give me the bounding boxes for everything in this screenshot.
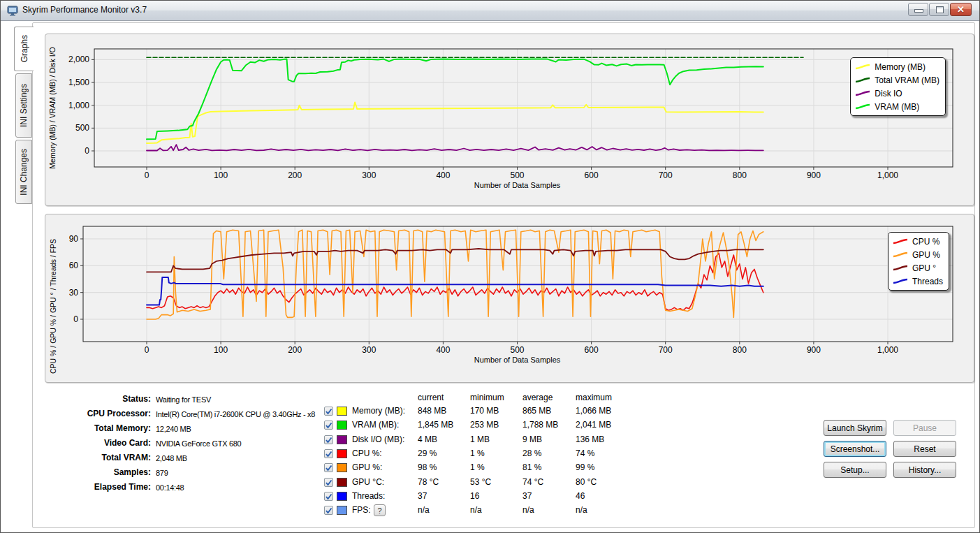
metric-vram-current: 1,845 MB — [418, 420, 453, 430]
metric-vram-minimum: 253 MB — [470, 420, 499, 430]
tab-ini-changes[interactable]: INI Changes — [15, 140, 32, 204]
metric-cpu-maximum: 74 % — [576, 448, 594, 458]
legend-item: Threads — [893, 275, 943, 288]
metric-threads-current: 37 — [418, 491, 427, 501]
metric-cpu-current: 29 % — [418, 448, 437, 458]
legend-swatch-threads — [893, 277, 908, 285]
minimize-button[interactable] — [908, 3, 928, 16]
svg-text:600: 600 — [585, 345, 599, 355]
metric-memory-current: 848 MB — [418, 406, 446, 416]
status-value-status: Waiting for TESV — [156, 394, 211, 404]
legend-item: GPU ° — [893, 261, 943, 275]
metric-gpu-temp-average: 74 °C — [522, 477, 543, 487]
history-button[interactable]: History... — [893, 462, 956, 478]
legend-label: Disk IO — [875, 89, 902, 98]
status-value-samples: 879 — [156, 467, 168, 477]
svg-text:200: 200 — [288, 170, 302, 180]
check-icon — [325, 479, 332, 486]
metric-threads-maximum: 46 — [576, 491, 585, 501]
color-swatch-gpu-temp — [337, 478, 347, 487]
legend-item: Total VRAM (MB) — [855, 73, 939, 87]
status-label-total-memory: Total Memory: — [46, 423, 151, 433]
checkbox-gpu[interactable] — [324, 463, 333, 472]
launch-skyrim-button[interactable]: Launch Skyrim — [824, 420, 886, 436]
svg-text:900: 900 — [807, 345, 821, 355]
metric-cpu-minimum: 1 % — [470, 448, 485, 458]
svg-text:1,000: 1,000 — [68, 101, 89, 110]
status-label-total-vram: Total VRAM: — [46, 453, 151, 462]
legend-label: CPU % — [912, 237, 939, 247]
checkbox-vram[interactable] — [324, 421, 333, 430]
tab-label: INI Settings — [19, 84, 29, 127]
color-swatch-cpu — [337, 449, 347, 458]
checkbox-gpu-temp[interactable] — [324, 478, 333, 487]
svg-text:1,500: 1,500 — [68, 78, 89, 87]
legend-swatch-disk-io — [855, 89, 870, 97]
metric-fps-current: n/a — [418, 505, 430, 515]
color-swatch-gpu — [337, 463, 347, 472]
legend-item: Memory (MB) — [855, 60, 939, 73]
metric-disk-io-minimum: 1 MB — [470, 435, 490, 444]
legend: CPU %GPU %GPU °Threads — [888, 232, 949, 291]
svg-text:300: 300 — [362, 170, 376, 180]
y-axis-title: CPU % / GPU % / GPU ° / Threads / FPS — [49, 239, 57, 374]
setup-button[interactable]: Setup... — [824, 462, 886, 478]
status-label-samples: Samples: — [46, 467, 151, 477]
reset-button[interactable]: Reset — [893, 441, 956, 457]
legend-label: VRAM (MB) — [875, 102, 919, 112]
metric-label-fps: FPS: — [352, 505, 371, 515]
svg-text:300: 300 — [362, 345, 376, 355]
svg-text:400: 400 — [436, 345, 450, 355]
svg-text:30: 30 — [69, 288, 79, 298]
table-header-minimum: minimum — [470, 393, 504, 402]
legend-label: GPU % — [912, 250, 940, 260]
metric-gpu-maximum: 99 % — [576, 462, 594, 472]
status-value-elapsed-time: 00:14:48 — [156, 482, 184, 492]
svg-text:400: 400 — [436, 170, 450, 180]
checkbox-fps[interactable] — [324, 506, 333, 515]
svg-text:200: 200 — [288, 345, 302, 355]
tab-label: Graphs — [20, 35, 29, 62]
metric-fps-minimum: n/a — [470, 505, 482, 515]
legend-swatch-gpu — [893, 264, 908, 272]
metric-gpu-temp-minimum: 53 °C — [470, 477, 491, 487]
titlebar: Skyrim Performance Monitor v3.7 ✕ — [1, 1, 979, 21]
table-header-maximum: maximum — [576, 393, 612, 402]
app-icon — [7, 5, 18, 16]
x-axis-title: Number of Data Samples — [474, 356, 561, 364]
close-button[interactable]: ✕ — [950, 3, 972, 16]
metric-cpu-average: 28 % — [522, 448, 541, 458]
screenshot-button[interactable]: Screenshot... — [824, 441, 886, 457]
status-label-elapsed-time: Elapsed Time: — [46, 482, 151, 492]
legend-swatch-memory-mb — [855, 63, 870, 71]
metric-gpu-temp-current: 78 °C — [418, 477, 439, 487]
legend-label: Memory (MB) — [875, 62, 926, 72]
pause-button[interactable]: Pause — [893, 420, 956, 436]
legend-item: VRAM (MB) — [855, 100, 939, 113]
svg-text:100: 100 — [214, 345, 228, 355]
checkbox-disk-io[interactable] — [324, 435, 333, 444]
tab-ini-settings[interactable]: INI Settings — [15, 73, 32, 138]
metric-fps-average: n/a — [522, 505, 534, 515]
metric-label-vram: VRAM (MB): — [352, 420, 399, 430]
status-value-total-memory: 12,240 MB — [156, 423, 191, 433]
legend-item: GPU % — [893, 248, 943, 261]
fps-help-button[interactable]: ? — [374, 504, 386, 516]
chart-memory-vram-diskio: 01002003004005006007008009001,00005001,0… — [45, 34, 974, 206]
maximize-button[interactable] — [929, 3, 949, 16]
checkbox-memory[interactable] — [324, 407, 333, 416]
metric-label-threads: Threads: — [352, 491, 385, 501]
check-icon — [325, 407, 332, 415]
tab-graphs[interactable]: Graphs — [14, 27, 34, 71]
legend-swatch-total-vram-mb — [855, 76, 870, 84]
metric-gpu-current: 98 % — [418, 462, 437, 472]
metric-gpu-temp-maximum: 80 °C — [576, 477, 597, 487]
checkbox-threads[interactable] — [324, 492, 333, 501]
svg-text:500: 500 — [510, 170, 524, 180]
check-icon — [325, 436, 332, 444]
status-label-cpu-processor: CPU Processor: — [46, 409, 151, 418]
status-label-status: Status: — [46, 394, 151, 404]
checkbox-cpu[interactable] — [324, 449, 333, 458]
status-value-cpu-processor: Intel(R) Core(TM) i7-2600K CPU @ 3.40GHz… — [156, 409, 315, 418]
svg-text:60: 60 — [69, 261, 79, 270]
